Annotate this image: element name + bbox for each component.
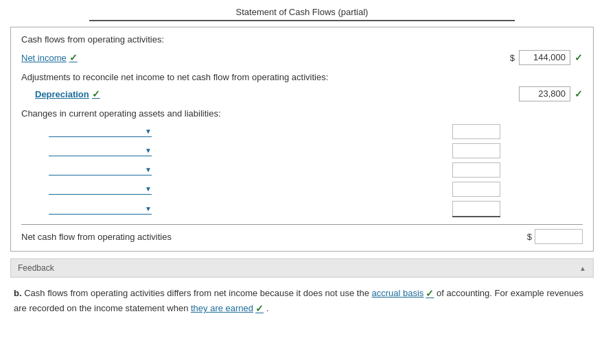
dropdown-wrapper-1[interactable]: ▼ bbox=[49, 127, 152, 137]
feedback-bar: Feedback ▲ bbox=[10, 258, 594, 278]
dropdown-row-2: ▼ bbox=[21, 143, 583, 158]
depreciation-check-icon: ✓ bbox=[92, 88, 100, 99]
dropdown-wrapper-2[interactable]: ▼ bbox=[49, 146, 152, 156]
depreciation-value-check-icon: ✓ bbox=[574, 88, 583, 99]
feedback-label: Feedback bbox=[18, 263, 54, 273]
dropdown-wrapper-5[interactable]: ▼ bbox=[49, 204, 152, 215]
dropdown-select-1[interactable] bbox=[49, 127, 145, 136]
depreciation-link[interactable]: Depreciation ✓ bbox=[35, 88, 100, 99]
net-income-value-col: $ 144,000 ✓ bbox=[510, 50, 583, 65]
accrual-basis-text: accrual basis bbox=[372, 287, 424, 301]
depreciation-label-col: Depreciation ✓ bbox=[21, 88, 519, 99]
dropdown-arrow-4: ▼ bbox=[145, 185, 152, 193]
dropdown-input-3[interactable] bbox=[452, 162, 500, 178]
accrual-basis-link[interactable]: accrual basis ✓ bbox=[372, 286, 434, 301]
part-b-prefix-text: Cash flows from operating activities dif… bbox=[24, 288, 369, 298]
depreciation-value-col: 23,800 ✓ bbox=[519, 86, 583, 101]
dropdown-input-1[interactable] bbox=[452, 124, 500, 139]
dropdown-arrow-2: ▼ bbox=[145, 147, 152, 154]
net-income-value: 144,000 bbox=[519, 50, 570, 65]
dropdown-row-4: ▼ bbox=[21, 182, 583, 197]
content-area: Cash flows from operating activities: Ne… bbox=[10, 27, 594, 252]
net-income-check-icon: ✓ bbox=[69, 52, 78, 63]
dropdown-wrapper-4[interactable]: ▼ bbox=[49, 184, 152, 195]
dropdown-row-3: ▼ bbox=[21, 162, 583, 178]
operating-header: Cash flows from operating activities: bbox=[21, 34, 583, 45]
dropdown-select-4[interactable] bbox=[49, 184, 145, 194]
dropdown-input-5[interactable] bbox=[452, 201, 500, 216]
adjustments-label: Adjustments to reconcile net income to n… bbox=[21, 72, 583, 82]
dropdown-arrow-3: ▼ bbox=[145, 166, 152, 173]
dropdown-select-2[interactable] bbox=[49, 146, 145, 156]
part-b-suffix: . bbox=[266, 303, 269, 313]
they-are-earned-check-icon: ✓ bbox=[255, 301, 264, 316]
net-income-dollar: $ bbox=[510, 53, 515, 63]
they-are-earned-text: they are earned bbox=[191, 302, 253, 316]
net-cash-dollar: $ bbox=[527, 232, 532, 242]
dropdown-arrow-5: ▼ bbox=[145, 205, 152, 213]
dropdown-arrow-1: ▼ bbox=[145, 128, 152, 135]
part-b-bold: b. bbox=[14, 288, 22, 298]
net-income-row: Net income ✓ $ 144,000 ✓ bbox=[21, 50, 583, 65]
title-text: Statement of Cash Flows (partial) bbox=[236, 7, 369, 17]
statement-title: Statement of Cash Flows (partial) bbox=[89, 7, 515, 21]
net-cash-value-col: $ bbox=[527, 229, 583, 244]
depreciation-text: Depreciation bbox=[35, 89, 89, 99]
dropdown-select-5[interactable] bbox=[49, 204, 145, 214]
net-cash-label: Net cash flow from operating activities bbox=[21, 232, 527, 242]
dropdown-input-2[interactable] bbox=[452, 143, 500, 158]
part-b: b. Cash flows from operating activities … bbox=[10, 286, 594, 317]
dropdown-select-3[interactable] bbox=[49, 165, 145, 175]
dropdown-row-5: ▼ bbox=[21, 201, 583, 217]
net-income-text: Net income bbox=[21, 53, 67, 63]
depreciation-row: Depreciation ✓ 23,800 ✓ bbox=[21, 86, 583, 101]
main-container: Statement of Cash Flows (partial) Cash f… bbox=[0, 0, 604, 324]
feedback-arrow-icon[interactable]: ▲ bbox=[579, 265, 586, 272]
net-cash-input[interactable] bbox=[535, 229, 583, 244]
dropdown-wrapper-3[interactable]: ▼ bbox=[49, 165, 152, 175]
they-are-earned-link[interactable]: they are earned ✓ bbox=[191, 301, 264, 316]
accrual-basis-check-icon: ✓ bbox=[426, 286, 434, 301]
changes-label: Changes in current operating assets and … bbox=[21, 108, 583, 119]
net-income-link[interactable]: Net income ✓ bbox=[21, 52, 78, 63]
net-cash-row: Net cash flow from operating activities … bbox=[21, 224, 583, 244]
dropdown-input-4[interactable] bbox=[452, 182, 500, 197]
dropdown-row-1: ▼ bbox=[21, 124, 583, 139]
net-income-label-col: Net income ✓ bbox=[21, 52, 510, 63]
net-income-value-check-icon: ✓ bbox=[574, 52, 583, 63]
depreciation-value: 23,800 bbox=[519, 86, 570, 101]
